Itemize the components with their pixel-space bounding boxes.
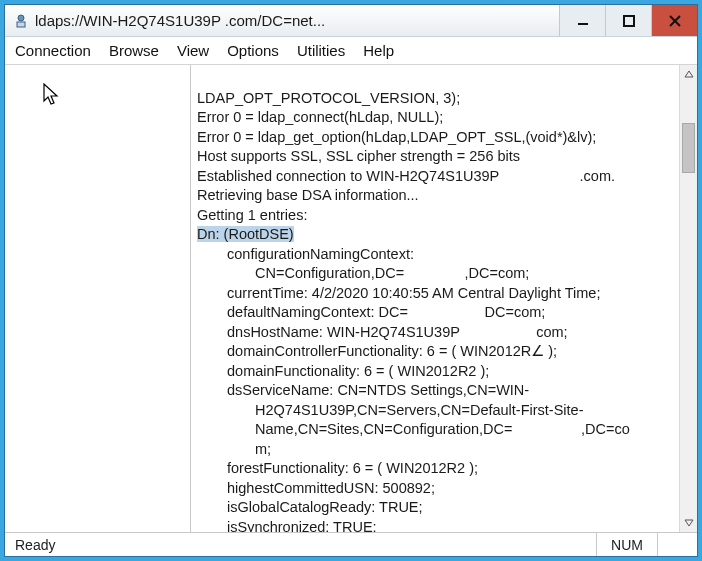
vertical-scrollbar[interactable] [679, 65, 697, 532]
svg-point-0 [18, 15, 24, 21]
log-attr: dsServiceName: CN=NTDS Settings,CN=WIN- [197, 381, 673, 401]
tree-pane[interactable] [5, 65, 191, 532]
log-attr: domainControllerFunctionality: 6 = ( WIN… [197, 342, 673, 362]
scroll-track[interactable] [680, 83, 697, 514]
menu-view[interactable]: View [177, 42, 209, 59]
window-title: ldaps://WIN-H2Q74S1U39P .com/DC=net... [35, 12, 559, 29]
log-line: Host supports SSL, SSL cipher strength =… [197, 148, 520, 164]
log-attr: m; [197, 440, 673, 460]
titlebar[interactable]: ldaps://WIN-H2Q74S1U39P .com/DC=net... [5, 5, 697, 37]
log-attr: isSynchronized: TRUE; [197, 518, 673, 533]
log-line: Error 0 = ldap_connect(hLdap, NULL); [197, 109, 443, 125]
log-attr: isGlobalCatalogReady: TRUE; [197, 498, 673, 518]
log-line: Retrieving base DSA information... [197, 187, 419, 203]
log-attr: highestCommittedUSN: 500892; [197, 479, 673, 499]
log-attr: currentTime: 4/2/2020 10:40:55 AM Centra… [197, 284, 673, 304]
status-empty [657, 533, 687, 556]
app-icon [13, 13, 29, 29]
cursor-icon [43, 83, 61, 110]
log-line: Getting 1 entries: [197, 207, 307, 223]
output-pane: LDAP_OPT_PROTOCOL_VERSION, 3); Error 0 =… [191, 65, 697, 532]
close-button[interactable] [651, 5, 697, 36]
log-attr: configurationNamingContext: [197, 245, 673, 265]
log-attr: Name,CN=Sites,CN=Configuration,DC= ,DC=c… [197, 420, 673, 440]
log-line: Established connection to WIN-H2Q74S1U39… [197, 168, 615, 184]
client-area: LDAP_OPT_PROTOCOL_VERSION, 3); Error 0 =… [5, 65, 697, 532]
log-line-rootdse: Dn: (RootDSE) [197, 226, 294, 242]
menu-connection[interactable]: Connection [15, 42, 91, 59]
log-attr: CN=Configuration,DC= ,DC=com; [197, 264, 673, 284]
svg-rect-3 [624, 16, 634, 26]
window-controls [559, 5, 697, 36]
log-line: LDAP_OPT_PROTOCOL_VERSION, 3); [197, 90, 460, 106]
statusbar: Ready NUM [5, 532, 697, 556]
menu-help[interactable]: Help [363, 42, 394, 59]
menu-browse[interactable]: Browse [109, 42, 159, 59]
log-attr: H2Q74S1U39P,CN=Servers,CN=Default-First-… [197, 401, 673, 421]
log-output[interactable]: LDAP_OPT_PROTOCOL_VERSION, 3); Error 0 =… [191, 65, 679, 532]
menu-options[interactable]: Options [227, 42, 279, 59]
log-attr: dnsHostName: WIN-H2Q74S1U39P com; [197, 323, 673, 343]
scroll-down-button[interactable] [680, 514, 697, 532]
status-ready: Ready [15, 537, 55, 553]
log-attr: domainFunctionality: 6 = ( WIN2012R2 ); [197, 362, 673, 382]
svg-rect-1 [17, 22, 25, 27]
log-attr: forestFunctionality: 6 = ( WIN2012R2 ); [197, 459, 673, 479]
app-window: ldaps://WIN-H2Q74S1U39P .com/DC=net... C… [4, 4, 698, 557]
log-attr: defaultNamingContext: DC= DC=com; [197, 303, 673, 323]
menubar: Connection Browse View Options Utilities… [5, 37, 697, 65]
maximize-button[interactable] [605, 5, 651, 36]
menu-utilities[interactable]: Utilities [297, 42, 345, 59]
scroll-up-button[interactable] [680, 65, 697, 83]
scroll-thumb[interactable] [682, 123, 695, 173]
status-num: NUM [596, 533, 657, 556]
minimize-button[interactable] [559, 5, 605, 36]
log-line: Error 0 = ldap_get_option(hLdap,LDAP_OPT… [197, 129, 596, 145]
